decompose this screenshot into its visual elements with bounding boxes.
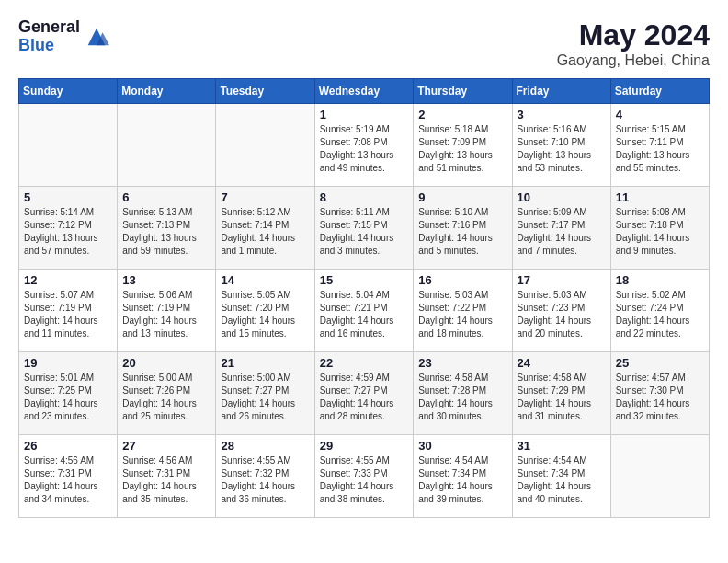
calendar-cell: 9Sunrise: 5:10 AM Sunset: 7:16 PM Daylig… [414,187,512,270]
calendar-cell: 25Sunrise: 4:57 AM Sunset: 7:30 PM Dayli… [610,352,709,435]
calendar-cell: 16Sunrise: 5:03 AM Sunset: 7:22 PM Dayli… [414,270,512,352]
logo-icon [84,24,109,50]
calendar-cell [118,104,216,187]
day-info: Sunrise: 5:18 AM Sunset: 7:09 PM Dayligh… [418,123,506,175]
calendar-cell: 14Sunrise: 5:05 AM Sunset: 7:20 PM Dayli… [216,270,314,352]
day-number: 21 [221,356,309,370]
day-info: Sunrise: 5:16 AM Sunset: 7:10 PM Dayligh… [518,123,606,175]
calendar-table: SundayMondayTuesdayWednesdayThursdayFrid… [18,78,710,518]
day-number: 16 [418,273,506,287]
calendar-cell: 29Sunrise: 4:55 AM Sunset: 7:33 PM Dayli… [314,435,414,518]
week-row-1: 1Sunrise: 5:19 AM Sunset: 7:08 PM Daylig… [19,104,710,187]
day-number: 11 [616,190,704,204]
day-info: Sunrise: 5:13 AM Sunset: 7:13 PM Dayligh… [122,206,210,258]
calendar-cell: 19Sunrise: 5:01 AM Sunset: 7:25 PM Dayli… [19,352,118,435]
day-info: Sunrise: 5:11 AM Sunset: 7:15 PM Dayligh… [320,206,409,258]
calendar-cell: 27Sunrise: 4:56 AM Sunset: 7:31 PM Dayli… [118,435,216,518]
day-number: 18 [616,273,704,287]
day-number: 28 [221,439,309,453]
day-info: Sunrise: 4:54 AM Sunset: 7:34 PM Dayligh… [518,454,606,506]
calendar-cell: 6Sunrise: 5:13 AM Sunset: 7:13 PM Daylig… [118,187,216,270]
day-number: 12 [24,273,112,287]
calendar-cell: 13Sunrise: 5:06 AM Sunset: 7:19 PM Dayli… [118,270,216,352]
day-number: 6 [122,190,210,204]
day-number: 27 [122,439,210,453]
day-info: Sunrise: 4:56 AM Sunset: 7:31 PM Dayligh… [122,454,210,506]
day-info: Sunrise: 5:19 AM Sunset: 7:08 PM Dayligh… [320,123,409,175]
day-number: 7 [221,190,309,204]
day-number: 31 [518,439,606,453]
calendar-cell: 18Sunrise: 5:02 AM Sunset: 7:24 PM Dayli… [610,270,709,352]
day-info: Sunrise: 5:00 AM Sunset: 7:26 PM Dayligh… [122,372,210,423]
day-info: Sunrise: 5:03 AM Sunset: 7:23 PM Dayligh… [518,289,606,340]
calendar-cell: 30Sunrise: 4:54 AM Sunset: 7:34 PM Dayli… [414,435,512,518]
calendar-cell: 28Sunrise: 4:55 AM Sunset: 7:32 PM Dayli… [216,435,314,518]
week-row-2: 5Sunrise: 5:14 AM Sunset: 7:12 PM Daylig… [19,187,710,270]
calendar-cell: 10Sunrise: 5:09 AM Sunset: 7:17 PM Dayli… [512,187,610,270]
week-row-4: 19Sunrise: 5:01 AM Sunset: 7:25 PM Dayli… [19,352,710,435]
day-number: 1 [320,108,409,121]
day-number: 24 [518,356,606,370]
weekday-header-monday: Monday [118,79,216,104]
calendar-cell: 3Sunrise: 5:16 AM Sunset: 7:10 PM Daylig… [512,104,610,187]
calendar-cell: 15Sunrise: 5:04 AM Sunset: 7:21 PM Dayli… [314,270,414,352]
day-info: Sunrise: 5:14 AM Sunset: 7:12 PM Dayligh… [24,206,112,258]
day-info: Sunrise: 4:56 AM Sunset: 7:31 PM Dayligh… [24,454,112,506]
calendar-cell: 24Sunrise: 4:58 AM Sunset: 7:29 PM Dayli… [512,352,610,435]
day-info: Sunrise: 5:08 AM Sunset: 7:18 PM Dayligh… [616,206,704,258]
weekday-header-sunday: Sunday [19,79,118,104]
calendar-cell: 5Sunrise: 5:14 AM Sunset: 7:12 PM Daylig… [19,187,118,270]
weekday-header-row: SundayMondayTuesdayWednesdayThursdayFrid… [19,79,710,104]
day-number: 19 [24,356,112,370]
calendar-cell: 20Sunrise: 5:00 AM Sunset: 7:26 PM Dayli… [118,352,216,435]
day-number: 10 [518,190,606,204]
day-number: 20 [122,356,210,370]
title-section: May 2024 Gaoyang, Hebei, China [557,18,710,69]
logo-blue: Blue [18,37,80,55]
day-number: 23 [418,356,506,370]
calendar-cell: 17Sunrise: 5:03 AM Sunset: 7:23 PM Dayli… [512,270,610,352]
day-info: Sunrise: 5:04 AM Sunset: 7:21 PM Dayligh… [320,289,409,340]
day-number: 22 [320,356,409,370]
day-info: Sunrise: 5:02 AM Sunset: 7:24 PM Dayligh… [616,289,704,340]
calendar-cell [19,104,118,187]
month-year-title: May 2024 [557,18,710,52]
calendar-cell: 8Sunrise: 5:11 AM Sunset: 7:15 PM Daylig… [314,187,414,270]
weekday-header-tuesday: Tuesday [216,79,314,104]
day-number: 29 [320,439,409,453]
day-number: 30 [418,439,506,453]
calendar-cell: 12Sunrise: 5:07 AM Sunset: 7:19 PM Dayli… [19,270,118,352]
location-subtitle: Gaoyang, Hebei, China [557,52,710,69]
day-number: 25 [616,356,704,370]
week-row-5: 26Sunrise: 4:56 AM Sunset: 7:31 PM Dayli… [19,435,710,518]
day-number: 3 [518,108,606,121]
weekday-header-wednesday: Wednesday [314,79,414,104]
day-info: Sunrise: 5:07 AM Sunset: 7:19 PM Dayligh… [24,289,112,340]
day-info: Sunrise: 5:09 AM Sunset: 7:17 PM Dayligh… [518,206,606,258]
day-info: Sunrise: 5:15 AM Sunset: 7:11 PM Dayligh… [616,123,704,175]
day-number: 5 [24,190,112,204]
page-header: General Blue May 2024 Gaoyang, Hebei, Ch… [18,18,710,69]
day-number: 8 [320,190,409,204]
calendar-cell: 22Sunrise: 4:59 AM Sunset: 7:27 PM Dayli… [314,352,414,435]
day-info: Sunrise: 5:06 AM Sunset: 7:19 PM Dayligh… [122,289,210,340]
calendar-cell: 23Sunrise: 4:58 AM Sunset: 7:28 PM Dayli… [414,352,512,435]
day-number: 13 [122,273,210,287]
weekday-header-saturday: Saturday [610,79,709,104]
day-info: Sunrise: 4:59 AM Sunset: 7:27 PM Dayligh… [320,372,409,423]
week-row-3: 12Sunrise: 5:07 AM Sunset: 7:19 PM Dayli… [19,270,710,352]
day-number: 14 [221,273,309,287]
calendar-cell: 4Sunrise: 5:15 AM Sunset: 7:11 PM Daylig… [610,104,709,187]
day-info: Sunrise: 5:05 AM Sunset: 7:20 PM Dayligh… [221,289,309,340]
logo-general: General [18,18,80,37]
day-info: Sunrise: 5:01 AM Sunset: 7:25 PM Dayligh… [24,372,112,423]
calendar-cell: 7Sunrise: 5:12 AM Sunset: 7:14 PM Daylig… [216,187,314,270]
logo: General Blue [18,18,109,55]
weekday-header-friday: Friday [512,79,610,104]
calendar-cell [610,435,709,518]
calendar-cell [216,104,314,187]
day-info: Sunrise: 4:54 AM Sunset: 7:34 PM Dayligh… [418,454,506,506]
day-number: 17 [518,273,606,287]
calendar-cell: 21Sunrise: 5:00 AM Sunset: 7:27 PM Dayli… [216,352,314,435]
weekday-header-thursday: Thursday [414,79,512,104]
